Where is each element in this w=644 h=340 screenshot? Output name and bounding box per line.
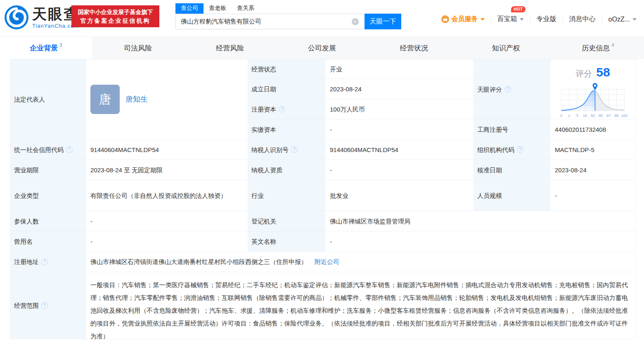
value-approval-date: 2023-08-24 [550,160,636,181]
avatar[interactable]: 唐 [90,85,120,114]
tab-company-background[interactable]: 企业背景3 [0,37,92,59]
chevron-down-icon [632,18,637,21]
svg-text:85: 85 [599,113,603,118]
messages-label: 消息中心 [569,15,596,24]
top-menu: 会员服务 HOT 百宝箱 专业版 消息中心 oOzZ... [441,15,637,24]
value-industry: 批发业 [325,181,474,211]
svg-text:15: 15 [583,113,587,118]
value-taxpayer-qualification: - [325,160,474,181]
value-business-scope: 一般项目：汽车销售；第一类医疗器械销售；贸易经纪；二手车经纪；机动车鉴定评估；新… [86,272,636,339]
divider [602,16,602,23]
value-legal-representative: 唐 唐知生 [86,59,248,140]
search-tabs: 查公司 查老板 查关系 [175,3,401,14]
svg-text:3: 3 [576,113,578,118]
label-business-scope: 经营范围 [11,272,86,339]
label-business-status: 经营状态 [248,59,325,79]
tianyancha-logo[interactable]: 天眼查 TianYanCha.com [4,5,79,30]
nearby-companies-link[interactable]: 附近公司 [315,257,339,266]
help-icon[interactable] [279,106,285,112]
menu-vip-services[interactable]: 会员服务 [441,15,485,24]
svg-text:97: 97 [606,113,611,118]
search-tab-relation[interactable]: 查关系 [232,3,260,14]
tab-company-development[interactable]: 公司发展 [276,37,368,59]
legal-representative-link[interactable]: 唐知生 [125,94,148,105]
score-axis-ticks: 0 1 3 15 50 85 97 99 100 [560,113,628,118]
label-taxpayer-qualification: 纳税人资质 [248,160,325,181]
help-icon[interactable] [517,146,523,153]
gov-badge-line2: 官方备案企业征信机构 [80,17,151,25]
divider [563,16,563,23]
tab-judicial-risk[interactable]: 司法风险 [92,37,184,59]
tianyancha-logo-icon [4,5,29,30]
tianyan-score-panel[interactable]: 评分 58 [550,59,636,119]
value-organization-code: MACTNLDP-5 [550,140,636,160]
menu-toolbox[interactable]: HOT 百宝箱 [497,15,524,24]
label-credit-code: 统一社会信用代码 [11,140,86,160]
tab-operating-risk[interactable]: 经营风险 [184,37,276,59]
svg-text:100: 100 [621,113,628,118]
label-insured-count: 参保人数 [11,211,86,231]
tab-intellectual-property[interactable]: 知识产权 [460,37,552,59]
label-paid-capital: 实缴资本 [248,119,325,140]
label-organization-code: 组织机构代码 [474,140,550,160]
label-company-type: 企业类型 [11,181,86,211]
value-english-name: - [325,231,636,252]
help-icon[interactable] [66,146,73,153]
svg-text:0: 0 [560,113,562,118]
hot-badge: HOT [511,6,526,12]
label-former-name: 曾用名 [11,231,86,252]
vip-medal-icon [441,15,449,23]
label-business-term: 营业期限 [11,160,86,181]
value-registration-number: 440602011732408 [550,119,636,140]
score-value: 58 [596,64,610,81]
label-industry: 行业 [248,181,325,211]
menu-pro-version[interactable]: 专业版 [537,15,556,24]
help-icon[interactable] [504,86,511,93]
help-icon[interactable] [41,259,48,265]
section-nav: 企业背景3 司法风险 经营风险 公司发展 经营状况 知识产权 历史信息4 [0,36,644,59]
gov-badge-line1: 国家中小企业发展子基金旗下 [78,8,153,17]
value-credit-code: 91440604MACTNLDP54 [86,140,248,160]
search-area: 查公司 查老板 查关系 × 天眼一下 [175,3,401,29]
help-icon[interactable] [291,146,298,153]
value-business-status: 开业 [325,59,474,79]
pro-label: 专业版 [537,15,556,24]
value-business-term: 2023-08-24 至 无固定期限 [86,160,248,181]
search-input[interactable] [175,14,365,29]
value-registration-authority: 佛山市禅城区市场监督管理局 [325,211,636,231]
label-english-name: 英文名称 [248,231,325,252]
search-tab-boss[interactable]: 查老板 [204,3,232,14]
tab-history-info[interactable]: 历史信息4 [552,37,644,59]
toolbox-label: 百宝箱 [497,15,517,24]
menu-message-center[interactable]: 消息中心 [569,15,596,24]
svg-text:50: 50 [591,113,595,118]
tab-operating-status[interactable]: 经营状况 [368,37,460,59]
svg-text:99: 99 [614,113,619,118]
label-staff-size: 人员规模 [474,181,550,211]
divider [530,16,530,23]
value-company-type: 有限责任公司（非自然人投资或控股的法人独资） [86,181,248,211]
value-former-name: - [86,231,248,252]
value-paid-capital: - [325,119,474,140]
label-registration-authority: 登记机关 [248,211,325,231]
label-registration-number: 工商注册号 [474,119,550,140]
clear-search-icon[interactable]: × [352,18,359,25]
svg-text:1: 1 [568,113,570,118]
tab-count: 4 [611,42,614,48]
search-button[interactable]: 天眼一下 [365,14,401,29]
label-tianyan-score: 天眼评分 [474,59,550,119]
label-legal-representative: 法定代表人 [11,59,86,140]
score-distribution-chart: 0 1 3 15 50 85 97 99 100 [554,82,632,119]
search-tab-company[interactable]: 查公司 [175,3,204,14]
value-staff-size: - [550,181,636,211]
help-icon[interactable] [41,302,48,309]
label-approval-date: 核准日期 [474,160,550,181]
divider [491,16,491,23]
username: oOzZ... [608,16,630,23]
user-account-menu[interactable]: oOzZ... [608,16,637,23]
tab-count: 3 [59,42,62,48]
value-registered-capital: 100万人民币 [325,99,474,119]
value-insured-count: - [86,211,248,231]
score-pin-icon [592,83,597,91]
chevron-down-icon [481,18,485,21]
